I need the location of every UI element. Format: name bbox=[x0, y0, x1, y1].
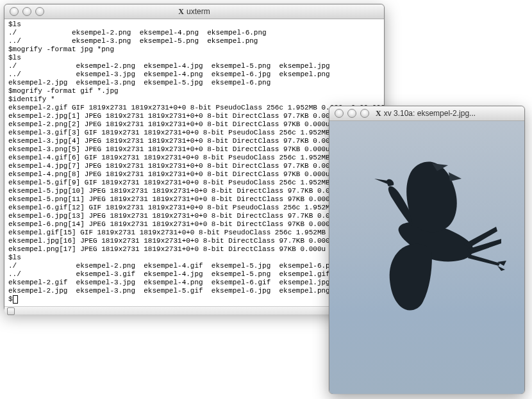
terminal-line: ./ eksempel-2.png eksempel-4.gif eksempe… bbox=[8, 262, 380, 270]
terminal-line: eksempel-5.png[11] JPEG 1819x2731 1819x2… bbox=[8, 195, 380, 204]
zoom-button[interactable] bbox=[360, 109, 369, 118]
terminal-line: ./ eksempel-2.png eksempel-4.png eksempe… bbox=[8, 29, 380, 37]
cursor bbox=[13, 295, 18, 304]
terminal-line: eksempel-2.png[2] JPEG 1819x2731 1819x27… bbox=[8, 120, 380, 129]
terminal-line: eksempel.png[17] JPEG 1819x2731 1819x273… bbox=[8, 245, 380, 254]
terminal-line: eksempel-4.png[8] JPEG 1819x2731 1819x27… bbox=[8, 170, 380, 179]
window-controls bbox=[335, 109, 369, 118]
uxterm-title: Xuxterm bbox=[4, 7, 384, 17]
terminal-line: $mogrify -format gif *.jpg bbox=[8, 87, 380, 95]
terminal-line: ../ eksempel-3.jpg eksempel-4.png eksemp… bbox=[8, 70, 380, 79]
terminal-line: $ls bbox=[8, 54, 380, 62]
terminal-line: eksempel-2.jpg eksempel-3.png eksempel-5… bbox=[8, 79, 380, 87]
uxterm-window[interactable]: Xuxterm $ls./ eksempel-2.png eksempel-4.… bbox=[4, 4, 385, 311]
close-button[interactable] bbox=[10, 7, 19, 16]
xv-image-area[interactable] bbox=[329, 121, 524, 394]
minimize-button[interactable] bbox=[347, 109, 356, 118]
terminal-line: eksempel-2.jpg eksempel-3.png eksempel-5… bbox=[8, 287, 380, 295]
terminal-prompt[interactable]: $ bbox=[8, 295, 380, 304]
window-footer bbox=[4, 306, 384, 314]
terminal-line: eksempel-3.jpg[4] JPEG 1819x2731 1819x27… bbox=[8, 137, 380, 145]
terminal-line: eksempel.gif[15] GIF 1819x2731 1819x2731… bbox=[8, 229, 380, 237]
terminal-line: eksempel-4.gif[6] GIF 1819x2731 1819x273… bbox=[8, 154, 380, 162]
minimize-button[interactable] bbox=[22, 7, 31, 16]
window-controls bbox=[10, 7, 44, 16]
close-button[interactable] bbox=[335, 109, 344, 118]
terminal-output[interactable]: $ls./ eksempel-2.png eksempel-4.png ekse… bbox=[4, 19, 384, 306]
terminal-line: ./ eksempel-2.png eksempel-4.jpg eksempe… bbox=[8, 62, 380, 70]
terminal-line: $identify * bbox=[8, 95, 380, 104]
crane-bird-image bbox=[336, 159, 515, 313]
terminal-line: $ls bbox=[8, 20, 380, 29]
terminal-line: ../ eksempel-3.png eksempel-5.png eksemp… bbox=[8, 37, 380, 45]
terminal-line: eksempel-5.gif[9] GIF 1819x2731 1819x273… bbox=[8, 179, 380, 187]
x11-icon: X bbox=[376, 109, 381, 118]
xv-title-text: xv 3.10a: eksempel-2.jpg... bbox=[384, 109, 476, 118]
terminal-line: eksempel-6.png[14] JPEG 1819x2731 1819x2… bbox=[8, 220, 380, 229]
terminal-line: eksempel-4.jpg[7] JPEG 1819x2731 1819x27… bbox=[8, 162, 380, 170]
terminal-line: eksempel-5.jpg[10] JPEG 1819x2731 1819x2… bbox=[8, 187, 380, 195]
terminal-line: eksempel-2.gif eksempel-3.jpg eksempel-4… bbox=[8, 279, 380, 287]
terminal-line: $mogrify -format jpg *png bbox=[8, 45, 380, 54]
uxterm-title-text: uxterm bbox=[187, 7, 210, 16]
terminal-line: eksempel-6.jpg[13] JPEG 1819x2731 1819x2… bbox=[8, 212, 380, 220]
terminal-line: eksempel-3.gif[3] GIF 1819x2731 1819x273… bbox=[8, 129, 380, 137]
terminal-line: eksempel-3.png[5] JPEG 1819x2731 1819x27… bbox=[8, 145, 380, 154]
terminal-line: eksempel-2.gif GIF 1819x2731 1819x2731+0… bbox=[8, 104, 380, 112]
xv-titlebar[interactable]: Xxv 3.10a: eksempel-2.jpg... bbox=[329, 106, 524, 121]
terminal-line: $ls bbox=[8, 254, 380, 262]
x11-icon: X bbox=[178, 7, 184, 17]
terminal-line: eksempel.jpg[16] JPEG 1819x2731 1819x273… bbox=[8, 237, 380, 245]
prompt-char: $ bbox=[8, 295, 13, 304]
uxterm-titlebar[interactable]: Xuxterm bbox=[4, 4, 384, 19]
terminal-line: ../ eksempel-3.gif eksempel-4.jpg eksemp… bbox=[8, 270, 380, 279]
scroll-corner[interactable] bbox=[7, 307, 15, 315]
terminal-line: eksempel-2.jpg[1] JPEG 1819x2731 1819x27… bbox=[8, 112, 380, 120]
terminal-line: eksempel-6.gif[12] GIF 1819x2731 1819x27… bbox=[8, 204, 380, 212]
zoom-button[interactable] bbox=[35, 7, 44, 16]
xv-window[interactable]: Xxv 3.10a: eksempel-2.jpg... bbox=[329, 106, 525, 394]
